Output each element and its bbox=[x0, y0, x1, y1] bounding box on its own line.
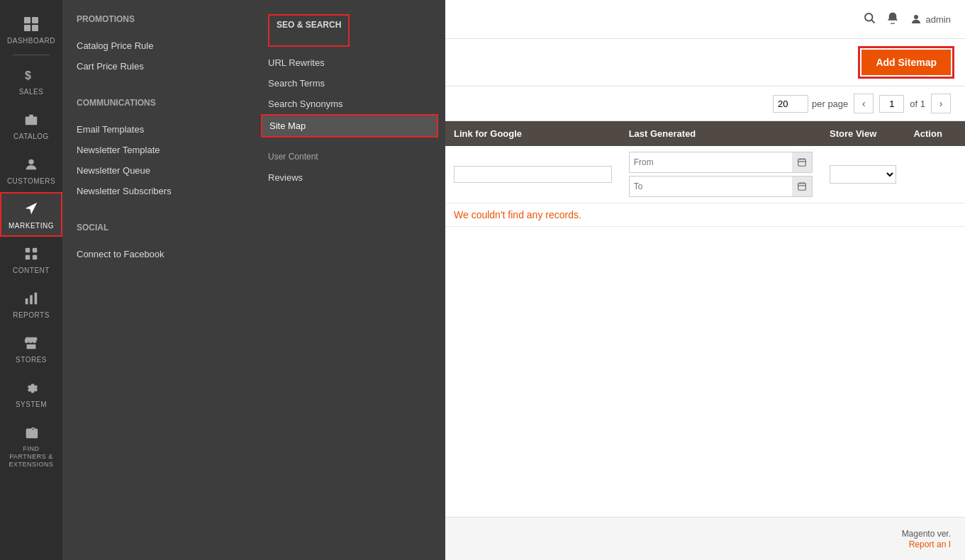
system-icon bbox=[21, 378, 41, 398]
menu-column-2: SEO & Search URL Rewrites Search Terms S… bbox=[254, 14, 445, 546]
menu-column-1: Promotions Catalog Price Rule Cart Price… bbox=[62, 14, 254, 546]
sidebar-item-catalog[interactable]: CATALOG bbox=[0, 103, 62, 147]
sidebar-item-customers[interactable]: CUSTOMERS bbox=[0, 147, 62, 192]
menu-item-newsletter-subscribers[interactable]: Newsletter Subscribers bbox=[77, 181, 240, 201]
svg-rect-11 bbox=[30, 295, 33, 304]
search-icon[interactable] bbox=[863, 11, 876, 28]
svg-rect-3 bbox=[32, 25, 38, 31]
page-footer: Magento ver. Report an I bbox=[445, 517, 965, 560]
svg-rect-6 bbox=[26, 248, 30, 252]
sidebar-item-extensions[interactable]: FIND PARTNERS & EXTENSIONS bbox=[0, 415, 62, 475]
menu-item-search-synonyms[interactable]: Search Synonyms bbox=[268, 94, 431, 114]
customers-icon bbox=[21, 155, 41, 174]
report-issue-link[interactable]: Report an I bbox=[909, 539, 951, 549]
svg-rect-0 bbox=[24, 17, 30, 23]
extensions-label: FIND PARTNERS & EXTENSIONS bbox=[4, 445, 59, 468]
sales-icon: $ bbox=[21, 65, 41, 85]
filter-store-select[interactable] bbox=[830, 165, 896, 184]
content-label: CONTENT bbox=[13, 267, 50, 274]
from-date-wrap bbox=[629, 152, 813, 173]
system-label: SYSTEM bbox=[16, 401, 47, 408]
dashboard-label: DASHBOARD bbox=[7, 37, 55, 45]
col-header-link: Link for Google bbox=[445, 121, 620, 146]
table-toolbar: per page ‹ of 1 › bbox=[445, 86, 965, 121]
content-wrapper: Promotions Catalog Price Rule Cart Price… bbox=[62, 0, 965, 560]
sitemap-table: Link for Google Last Generated Store Vie… bbox=[445, 121, 965, 227]
catalog-icon bbox=[21, 110, 41, 130]
reports-icon bbox=[21, 289, 41, 308]
filter-link-input[interactable] bbox=[454, 166, 612, 183]
filter-cell-store bbox=[821, 146, 905, 203]
menu-item-url-rewrites[interactable]: URL Rewrites bbox=[268, 52, 431, 73]
seo-section-title: SEO & Search bbox=[277, 20, 341, 33]
menu-item-connect-facebook[interactable]: Connect to Facebook bbox=[77, 244, 240, 264]
sidebar-item-system[interactable]: SYSTEM bbox=[0, 371, 62, 415]
magento-version-label: Magento ver. bbox=[902, 529, 951, 539]
reports-label: REPORTS bbox=[13, 311, 50, 319]
sidebar-item-marketing[interactable]: MARKETING bbox=[0, 192, 62, 237]
menu-item-newsletter-template[interactable]: Newsletter Template bbox=[77, 140, 240, 160]
menu-item-email-templates[interactable]: Email Templates bbox=[77, 119, 240, 140]
filter-cell-action bbox=[905, 146, 965, 203]
per-page-section: per page bbox=[773, 95, 848, 113]
notifications-icon[interactable] bbox=[886, 11, 899, 28]
per-page-label: per page bbox=[812, 99, 848, 109]
current-page-input[interactable] bbox=[879, 95, 904, 113]
svg-point-13 bbox=[865, 13, 873, 21]
dropdown-panel: Promotions Catalog Price Rule Cart Price… bbox=[62, 0, 445, 560]
col-header-store: Store View bbox=[821, 121, 905, 146]
svg-rect-12 bbox=[35, 293, 38, 305]
col-header-action: Action bbox=[905, 121, 965, 146]
sidebar-item-stores[interactable]: STORES bbox=[0, 326, 62, 371]
menu-item-newsletter-queue[interactable]: Newsletter Queue bbox=[77, 160, 240, 181]
sidebar-item-dashboard[interactable]: DASHBOARD bbox=[0, 7, 62, 52]
svg-rect-8 bbox=[26, 255, 30, 259]
filter-cell-link bbox=[445, 146, 620, 203]
extensions-icon bbox=[21, 422, 41, 442]
sidebar-separator-1 bbox=[13, 55, 50, 55]
menu-item-site-map[interactable]: Site Map bbox=[261, 114, 438, 138]
add-sitemap-button[interactable]: Add Sitemap bbox=[861, 50, 951, 75]
svg-rect-2 bbox=[24, 25, 30, 31]
svg-rect-20 bbox=[798, 183, 806, 190]
no-records-row: We couldn't find any records. bbox=[445, 203, 965, 227]
filter-row bbox=[445, 146, 965, 203]
svg-point-15 bbox=[914, 15, 918, 19]
of-total-label: of 1 bbox=[910, 99, 925, 109]
stores-icon bbox=[21, 333, 41, 353]
next-page-button[interactable]: › bbox=[931, 94, 951, 113]
sidebar-item-sales[interactable]: $ SALES bbox=[0, 58, 62, 103]
dashboard-icon bbox=[21, 14, 41, 34]
content-icon bbox=[21, 244, 41, 264]
stores-label: STORES bbox=[16, 356, 47, 364]
filter-cell-date bbox=[620, 146, 821, 203]
svg-rect-10 bbox=[26, 298, 28, 304]
customers-label: CUSTOMERS bbox=[7, 177, 55, 185]
per-page-input[interactable] bbox=[773, 95, 808, 113]
page-header: Add Sitemap bbox=[445, 39, 965, 86]
to-date-input[interactable] bbox=[630, 179, 792, 194]
sidebar-item-content[interactable]: CONTENT bbox=[0, 237, 62, 281]
communications-section-title: Communications bbox=[77, 98, 240, 111]
menu-item-cart-price-rules[interactable]: Cart Price Rules bbox=[77, 56, 240, 77]
svg-line-14 bbox=[871, 20, 874, 23]
top-header: admin bbox=[445, 0, 965, 39]
svg-rect-16 bbox=[798, 159, 806, 166]
no-records-message: We couldn't find any records. bbox=[445, 203, 965, 227]
from-calendar-icon[interactable] bbox=[792, 152, 812, 172]
col-header-generated: Last Generated bbox=[620, 121, 821, 146]
sidebar-item-reports[interactable]: REPORTS bbox=[0, 281, 62, 326]
admin-user-section[interactable]: admin bbox=[910, 13, 951, 26]
icon-sidebar: DASHBOARD $ SALES CATALOG CUSTOMERS bbox=[0, 0, 62, 560]
from-date-input[interactable] bbox=[630, 155, 792, 170]
menu-item-search-terms[interactable]: Search Terms bbox=[268, 73, 431, 94]
main-content: admin Add Sitemap per page ‹ of 1 › Link… bbox=[445, 0, 965, 560]
menu-item-catalog-price-rule[interactable]: Catalog Price Rule bbox=[77, 35, 240, 56]
social-section-title: Social bbox=[77, 223, 240, 235]
svg-rect-1 bbox=[32, 17, 38, 23]
to-calendar-icon[interactable] bbox=[792, 177, 812, 196]
prev-page-button[interactable]: ‹ bbox=[854, 94, 874, 113]
promotions-section-title: Promotions bbox=[77, 14, 240, 27]
menu-item-reviews[interactable]: Reviews bbox=[268, 167, 431, 188]
to-date-wrap bbox=[629, 176, 813, 197]
